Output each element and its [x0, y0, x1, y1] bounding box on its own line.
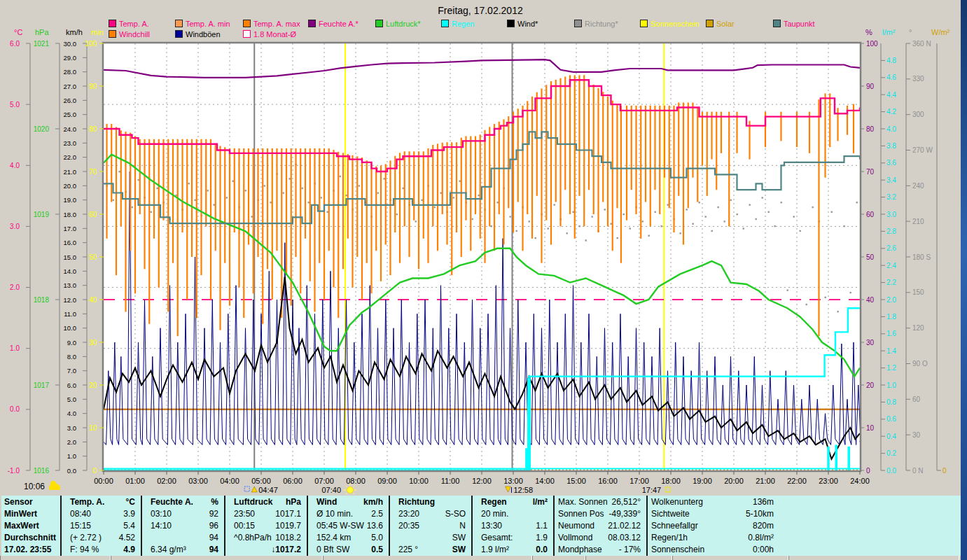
table-cell-label: 00:15	[225, 521, 255, 531]
axis-tick-label: 3.0	[10, 223, 20, 230]
table-cell-label: Sensor	[1, 497, 33, 507]
axis-tick-label: 30.0	[64, 40, 77, 48]
table-row: ^0.8hPa/h1018.2	[225, 532, 307, 544]
axis-header: l/m²	[882, 28, 896, 36]
table-row: 1.9 l/m²0.0	[473, 544, 553, 556]
direction-dot	[844, 225, 845, 227]
axis-tick-label: 90	[89, 83, 97, 90]
axis-tick-label: 20.0	[64, 182, 77, 190]
table-cell-label: Gesamt:	[473, 533, 513, 542]
table-cell-label: 14:10	[142, 521, 172, 531]
table-cell-label: (+ 2.72 )	[62, 533, 102, 542]
axis-tick-label: 2.4	[886, 262, 896, 270]
axis-tick-label: 20	[866, 382, 875, 389]
table-row: Ø 10 min.2.5	[308, 507, 389, 519]
x-axis-label: 08:00	[346, 477, 366, 485]
table-cell-label: 152.4 km	[308, 533, 351, 542]
sun-ray	[353, 493, 354, 494]
table-cell-label: Regen/1h	[648, 533, 688, 542]
axis-tick-label: 120	[912, 324, 924, 332]
direction-dot	[825, 297, 826, 298]
axis-tick-label: 3.4	[886, 176, 896, 184]
table-cell-label: 13:30	[473, 521, 502, 531]
table-cell-label: Regen	[473, 497, 507, 507]
axis-tick-label: 10	[89, 424, 97, 432]
axis-tick-label: 3.8	[886, 142, 896, 150]
table-cell-value: 3.9	[123, 509, 141, 519]
direction-dot	[566, 232, 568, 234]
table-row: MinWert	[1, 507, 60, 519]
table-cell-value: 13.6	[367, 521, 389, 531]
table-cell-value: 92	[209, 509, 224, 519]
status-bar-segment	[532, 556, 585, 560]
axis-tick-label: 1.6	[886, 330, 896, 337]
axis-tick-label: 360 N	[912, 40, 931, 48]
axis-tick-label: 10.0	[64, 324, 77, 332]
table-cell-value: 94	[209, 533, 224, 542]
x-axis-label: 11:00	[441, 477, 460, 485]
axis-tick-label: 0 N	[912, 467, 924, 475]
axis-tick-label: 3.0	[886, 211, 896, 218]
axis-tick-label: 16.0	[64, 239, 77, 246]
direction-dot	[856, 202, 858, 203]
table-column: Regenl/m²20 min.13:301.1Gesamt:1.91.9 l/…	[473, 496, 555, 556]
direction-dot	[617, 237, 618, 239]
table-row: Sonnenschein0:00h	[648, 544, 779, 556]
table-cell-label: 17.02. 23:55	[1, 545, 51, 554]
axis-tick-label: 30	[89, 339, 97, 346]
direction-dot	[667, 204, 669, 205]
table-cell-value: 21.02.12	[608, 521, 646, 531]
axis-tick-label: 70	[89, 168, 97, 176]
axis-header: W/m²	[931, 28, 950, 36]
axis-tick-label: 23.0	[64, 139, 77, 147]
direction-dot	[226, 197, 228, 198]
axis-tick-label: 6.0	[10, 40, 20, 48]
axis-tick-label: 2.0	[67, 438, 76, 446]
axis-tick-label: 21.0	[64, 168, 77, 176]
direction-dot	[554, 204, 555, 205]
axis-tick-label: 1.2	[886, 364, 896, 372]
direction-dot	[737, 214, 738, 215]
axis-header: °C	[14, 28, 22, 36]
table-row: Vollmond08.03.12	[555, 532, 646, 544]
table-cell-label: 20:35	[390, 521, 419, 531]
axis-tick-label: 90	[866, 83, 875, 90]
axis-tick-label: 4.8	[886, 57, 896, 64]
direction-dot	[459, 181, 461, 182]
direction-dot	[138, 179, 139, 181]
status-bar-segment	[323, 556, 532, 560]
axis-tick-label: 60	[866, 211, 875, 218]
table-cell-value: 4.52	[119, 533, 141, 542]
direction-dot	[529, 220, 530, 222]
table-cell-value: 26,512°	[611, 497, 646, 507]
table-cell-label: Wind	[308, 497, 337, 507]
axis-tick-label: 4.0	[67, 410, 76, 417]
direction-dot	[806, 304, 807, 305]
table-row: Sonnen Pos-49,339°	[555, 507, 646, 519]
table-cell-label: F: 94 %	[62, 545, 99, 554]
table-row: 08:403.9	[62, 507, 141, 519]
sun-ray	[346, 486, 347, 487]
table-cell-value: °C	[126, 497, 141, 507]
axis-tick-label: 300	[912, 111, 924, 118]
axis-tick-label: 50	[89, 253, 97, 261]
weather-chart[interactable]: °C6.05.04.03.02.01.00.0-1.0hPa1021102010…	[0, 0, 967, 494]
table-cell-value: 08.03.12	[608, 533, 646, 542]
axis-tick-label: 24.0	[64, 125, 77, 133]
direction-dot	[264, 185, 265, 186]
direction-dot	[384, 178, 385, 179]
direction-dot	[793, 216, 795, 217]
direction-dot	[831, 211, 833, 213]
axis-tick-label: 1018	[34, 296, 50, 304]
table-cell-value: 5-10km	[746, 509, 779, 519]
axis-tick-label: -1.0	[8, 467, 20, 475]
direction-dot	[812, 206, 814, 208]
table-cell-label: 0 Bft SW	[308, 545, 349, 554]
axis-tick-label: 3.0	[67, 424, 76, 432]
x-axis-label: 02:00	[157, 477, 176, 485]
table-cell-value: SW	[452, 533, 471, 542]
axis-tick-label: 0.0	[67, 467, 76, 475]
axis-tick-label: 22.0	[64, 153, 77, 161]
axis-tick-label: 40	[89, 296, 97, 304]
axis-tick-label: 100	[866, 40, 878, 48]
